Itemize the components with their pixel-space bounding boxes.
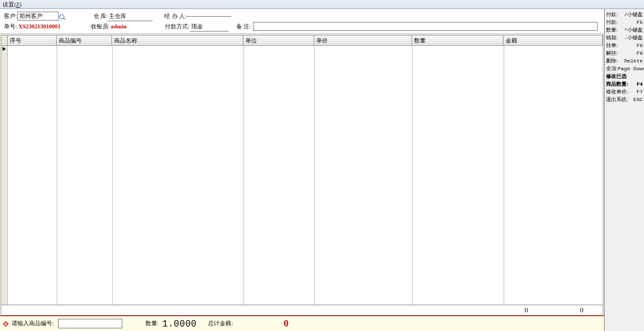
shortcut-row: 删除:Delete (606, 57, 643, 65)
footer-amount: 0 (532, 305, 603, 315)
search-icon[interactable] (59, 14, 66, 21)
form-area: 客户: 郑州客户 仓 库: 主仓库 经 办 人: 单号: XS230213010… (0, 9, 604, 34)
col-code[interactable]: 商品编号 (57, 35, 112, 45)
product-code-input[interactable] (58, 319, 122, 328)
menu-settings[interactable]: 设置(Z) (3, 1, 22, 8)
shortcut-row: 钱箱:-小键盘 (606, 34, 643, 42)
col-amount[interactable]: 金额 (504, 35, 603, 45)
row-pointer (1, 46, 8, 305)
grid-body[interactable] (1, 46, 603, 305)
col-seq[interactable]: 序号 (8, 35, 57, 45)
cashier-label: 收银员: (91, 23, 110, 31)
col-qty[interactable]: 数量 (412, 35, 504, 45)
shortcut-row: 挂单:F8 (606, 42, 643, 50)
col-unit[interactable]: 单位 (243, 35, 314, 45)
shortcut-row: 付款:/小键盘 (606, 11, 643, 19)
shortcut-row: 解挂:F9 (606, 50, 643, 57)
shortcut-row: 退出系统:ESC (606, 96, 643, 104)
footer-qty: 0 (455, 305, 532, 315)
handler-label: 经 办 人: (164, 12, 186, 21)
handler-value[interactable] (186, 16, 231, 17)
total-label: 总计金额: (208, 319, 233, 328)
grid-footer: 0 0 (1, 305, 603, 315)
paymethod-value[interactable]: 现金 (190, 22, 229, 32)
shortcut-row: 全清:Page Down (606, 65, 643, 73)
diamond-icon (3, 321, 8, 326)
paymethod-label: 付款方式: (165, 23, 190, 31)
input-bar: 请输入商品编号: 数量: 1.0000 总计金额: 0 (0, 316, 604, 331)
shortcut-row: 修改单价:F7 (606, 88, 643, 96)
shortcut-sidebar: 付款:/小键盘付款:F5数量:*小键盘钱箱:-小键盘挂单:F8解挂:F9删除:D… (604, 9, 644, 331)
shortcut-row: 付款:F5 (606, 19, 643, 26)
shortcut-row: 商品数量:F4 (606, 80, 643, 88)
col-price[interactable]: 单价 (314, 35, 412, 45)
warehouse-label: 仓 库: (93, 12, 108, 21)
shortcut-row: 数量:*小键盘 (606, 26, 643, 34)
shortcut-row: 修改已选 (606, 73, 643, 80)
menubar[interactable]: 设置(Z) (0, 0, 644, 9)
orderno-value: XS230213010001 (17, 22, 71, 31)
prompt-label: 请输入商品编号: (12, 319, 54, 328)
remarks-label: 备 注: (236, 23, 251, 31)
col-name[interactable]: 商品名称 (112, 35, 243, 45)
customer-input[interactable]: 郑州客户 (17, 12, 59, 21)
customer-label: 客户: (4, 12, 17, 21)
qty-value[interactable]: 1.0000 (162, 319, 196, 329)
orderno-label: 单号: (4, 23, 17, 31)
cashier-value: admin (109, 22, 155, 31)
remarks-input[interactable] (253, 22, 598, 31)
grid-header: 序号 商品编号 商品名称 单位 单价 数量 金额 (1, 35, 603, 46)
data-grid[interactable]: 序号 商品编号 商品名称 单位 单价 数量 金额 (1, 35, 603, 316)
qty-label: 数量: (146, 319, 159, 328)
total-value: 0 (237, 318, 289, 329)
warehouse-value[interactable]: 主仓库 (108, 12, 153, 21)
